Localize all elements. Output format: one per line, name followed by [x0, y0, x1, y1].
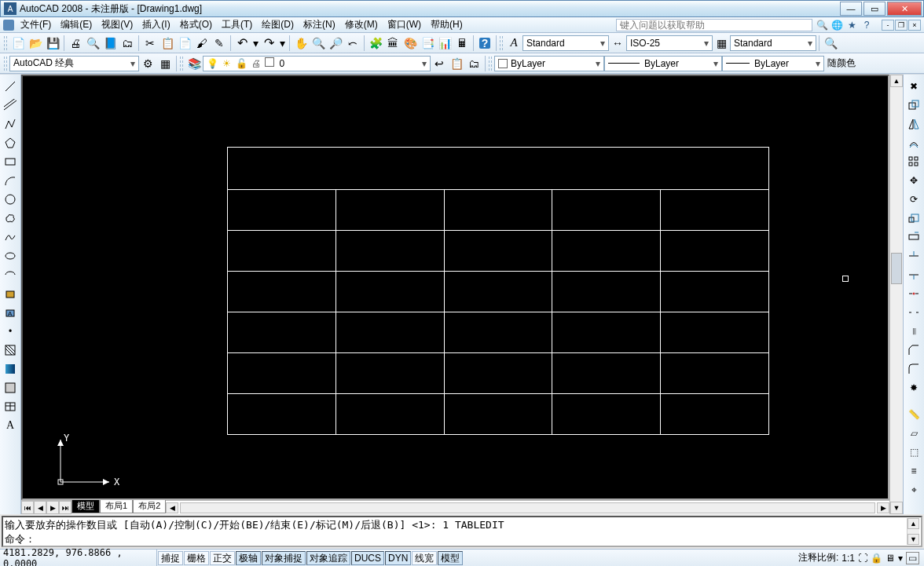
drawing-canvas[interactable]: X Y — [21, 75, 889, 500]
ellipse-button[interactable] — [2, 247, 19, 265]
new-button[interactable] — [9, 35, 27, 52]
mdi-close-button[interactable]: × — [908, 20, 921, 31]
tab-prev-button[interactable]: ◀ — [34, 501, 46, 514]
vscrollbar[interactable]: ▲ ▼ — [889, 75, 903, 514]
toolbar-grip[interactable] — [3, 56, 7, 71]
workspace-settings-button[interactable]: ⚙ — [139, 55, 156, 72]
menu-view[interactable]: 视图(V) — [97, 16, 138, 33]
cmd-vscrollbar[interactable]: ▲ ▼ — [907, 518, 919, 545]
fillet-button[interactable] — [905, 360, 922, 378]
explode-button[interactable]: ✸ — [905, 379, 922, 396]
offset-button[interactable] — [905, 134, 922, 152]
spline-button[interactable] — [2, 228, 19, 246]
paste-button[interactable]: 📄 — [176, 35, 193, 52]
plot-preview-button[interactable]: 🔍 — [84, 35, 101, 52]
tab-first-button[interactable]: ⏮ — [21, 501, 34, 514]
menu-help[interactable]: 帮助(H) — [426, 16, 468, 33]
mtext-button[interactable]: A — [2, 417, 19, 434]
status-grid[interactable]: 栅格 — [184, 551, 209, 565]
layer-previous-button[interactable]: ↩ — [431, 55, 448, 72]
linetype-combo[interactable]: ByLayer ▾ — [604, 56, 722, 71]
tab-last-button[interactable]: ⏭ — [59, 501, 72, 514]
mdi-minimize-button[interactable]: - — [882, 20, 894, 31]
vscroll-up-button[interactable]: ▲ — [890, 75, 903, 87]
mdi-restore-button[interactable]: ❐ — [895, 20, 908, 31]
color-combo[interactable]: ByLayer ▾ — [494, 56, 604, 71]
copy-obj-button[interactable] — [905, 97, 922, 114]
favorites-icon[interactable]: ★ — [845, 19, 858, 31]
text-style-combo[interactable]: Standard▾ — [522, 35, 609, 51]
id-point-button[interactable]: ⌖ — [905, 481, 922, 498]
menu-draw[interactable]: 绘图(D) — [257, 16, 299, 33]
extend-button[interactable] — [905, 266, 922, 283]
array-button[interactable] — [905, 153, 922, 170]
table-style-combo[interactable]: Standard▾ — [730, 35, 816, 51]
arc-button[interactable] — [2, 172, 19, 189]
markup-button[interactable]: 📊 — [436, 35, 453, 52]
sheet-set-button[interactable]: 🗂 — [119, 35, 136, 52]
properties-button[interactable]: 🧩 — [367, 35, 384, 52]
break-button[interactable] — [905, 304, 922, 321]
stretch-button[interactable] — [905, 228, 922, 246]
menu-window[interactable]: 窗口(W) — [383, 16, 426, 33]
comm-center-icon[interactable]: 🌐 — [830, 19, 843, 31]
menu-format[interactable]: 格式(O) — [175, 16, 217, 33]
command-line[interactable]: 输入要放弃的操作数目或 [自动(A)/控制(C)/开始(BE)/结束(E)/标记… — [2, 516, 922, 547]
table-style-button[interactable]: ▦ — [713, 35, 730, 52]
toolbar-grip[interactable] — [499, 35, 503, 51]
command-prompt[interactable]: 命令： — [5, 532, 907, 546]
erase-button[interactable]: ✖ — [905, 78, 922, 95]
workspace-save-button[interactable]: ▦ — [156, 55, 174, 72]
status-osnap[interactable]: 对象捕捉 — [262, 551, 306, 565]
line-button[interactable] — [2, 78, 19, 95]
table-button[interactable] — [2, 398, 19, 415]
insert-block-button[interactable] — [2, 285, 19, 302]
ellipse-arc-button[interactable] — [2, 266, 19, 283]
anno-autoscale-icon[interactable]: 🔒 — [871, 553, 882, 564]
point-button[interactable]: • — [2, 323, 19, 340]
layer-combo[interactable]: 💡 ☀ 🔓 🖨 0 ▾ — [203, 56, 431, 71]
gradient-button[interactable] — [2, 360, 19, 378]
hscroll-right-button[interactable]: ▶ — [877, 502, 889, 513]
help-button[interactable] — [476, 35, 493, 52]
rotate-button[interactable]: ⟳ — [905, 191, 922, 208]
status-lwt[interactable]: 线宽 — [412, 551, 437, 565]
copy-button[interactable]: 📋 — [159, 35, 176, 52]
status-dyn[interactable]: DYN — [385, 551, 411, 565]
menu-edit[interactable]: 编辑(E) — [56, 16, 97, 33]
help-search-input[interactable] — [616, 19, 812, 31]
menubar-grip[interactable] — [3, 20, 14, 31]
tab-model[interactable]: 模型 — [72, 500, 100, 513]
layer-states-button[interactable]: 📋 — [448, 55, 465, 72]
cut-button[interactable]: ✂ — [141, 35, 159, 52]
tab-next-button[interactable]: ▶ — [46, 501, 59, 514]
dim-style-combo[interactable]: ISO-25▾ — [626, 35, 713, 51]
matchprop-button[interactable]: 🖌 — [193, 35, 211, 52]
tool-palettes-button[interactable]: 🎨 — [402, 35, 419, 52]
menu-modify[interactable]: 修改(M) — [340, 16, 383, 33]
status-polar[interactable]: 极轴 — [236, 551, 261, 565]
clean-screen-icon[interactable]: ▭ — [906, 552, 919, 564]
status-coordinates[interactable]: 4181.2829, 976.8866 , 0.0000 — [0, 550, 157, 566]
layer-manager-button[interactable]: 📚 — [185, 55, 203, 72]
anno-scale-value[interactable]: 1:1 — [842, 553, 855, 564]
status-tray-icon[interactable]: 🖥 — [886, 553, 895, 564]
save-button[interactable] — [44, 35, 61, 52]
find-button[interactable]: 🔍 — [822, 35, 839, 52]
undo-button[interactable] — [233, 35, 251, 52]
hscroll-left-button[interactable]: ◀ — [166, 502, 178, 513]
cmd-scroll-up[interactable]: ▲ — [908, 518, 919, 529]
area-button[interactable]: ▱ — [905, 425, 922, 442]
text-style-button[interactable]: A — [505, 35, 522, 52]
publish-button[interactable]: 📘 — [101, 35, 119, 52]
redo-button[interactable] — [260, 35, 277, 52]
close-button[interactable]: ✕ — [887, 2, 922, 16]
toolbar-grip[interactable] — [488, 56, 492, 71]
lineweight-combo[interactable]: ByLayer ▾ — [722, 56, 824, 71]
cmd-scroll-down[interactable]: ▼ — [908, 534, 919, 545]
search-icon[interactable]: 🔍 — [816, 19, 828, 31]
menu-insert[interactable]: 插入(I) — [138, 16, 174, 33]
zoom-previous-button[interactable]: ⤺ — [344, 35, 361, 52]
minimize-button[interactable]: — — [840, 2, 862, 16]
maximize-button[interactable]: ▭ — [864, 2, 886, 16]
